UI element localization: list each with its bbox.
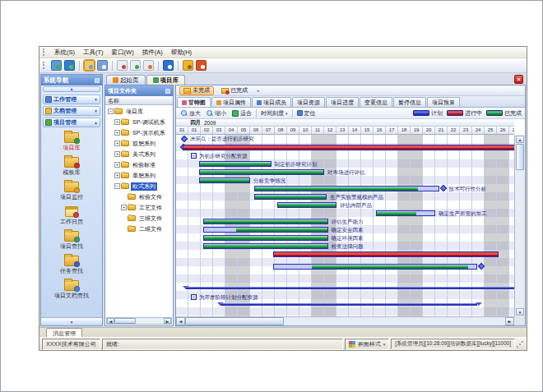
gantt-vertical-scrollbar[interactable]: ▲ ▼ <box>514 135 525 316</box>
tab-甘特图[interactable]: 甘特图 <box>177 97 211 107</box>
summary-expand-icon[interactable]: − <box>191 294 197 300</box>
sidebar-section-2[interactable]: 项目管理 ▲ <box>43 118 100 127</box>
overflow-chevron-icon[interactable]: » <box>257 88 259 93</box>
sidebar-collapse-button[interactable]: ▲ <box>43 86 100 92</box>
summary-bar[interactable] <box>220 303 477 306</box>
fit-button[interactable]: 适合 <box>230 109 253 118</box>
filter-未完成[interactable]: 未完成 <box>179 86 214 95</box>
zoom-in-button[interactable]: 放大 <box>179 109 202 118</box>
tab-项目资源[interactable]: 项目资源 <box>292 97 325 107</box>
scroll-thumb[interactable] <box>114 318 136 324</box>
menu-item-3[interactable]: 插件(A) <box>138 48 167 57</box>
scroll-right-icon[interactable]: ▶ <box>505 317 514 325</box>
style-selector[interactable]: 界面样式 ▾ <box>345 339 390 350</box>
summary-bar[interactable] <box>186 287 514 289</box>
zoom-out-button[interactable]: 缩小 <box>205 109 228 118</box>
tab-message-management[interactable]: 消息管理 <box>46 328 82 337</box>
project-folder-icon[interactable] <box>84 60 95 71</box>
sidebar-item-工作日历[interactable]: 工作日历 <box>60 204 83 226</box>
sidebar-item-项目库[interactable]: 项目库 <box>63 130 81 152</box>
workspace-icon[interactable] <box>51 60 62 71</box>
scroll-left-icon[interactable]: ◀ <box>107 318 114 324</box>
tree-node-二维文件[interactable]: 二维文件 <box>105 224 173 234</box>
tree-node-三维文件[interactable]: 三维文件 <box>105 213 173 224</box>
calendar-edit-icon[interactable] <box>130 60 141 71</box>
lock-icon[interactable] <box>183 60 193 71</box>
tree-column-header[interactable]: 名称 <box>105 96 173 105</box>
tree-node-检验标准[interactable]: +检验标准 <box>105 159 173 170</box>
scroll-down-icon[interactable]: ▼ <box>516 308 524 316</box>
task-bar[interactable] <box>203 235 328 241</box>
task-bar[interactable] <box>203 227 328 233</box>
task-bar[interactable] <box>273 251 499 257</box>
summary-expand-icon[interactable]: − <box>191 153 197 159</box>
network-icon[interactable] <box>64 60 75 71</box>
milestone-icon[interactable] <box>181 136 188 142</box>
pin-icon[interactable] <box>95 78 100 83</box>
resize-grip[interactable] <box>517 340 524 348</box>
tree-node-项目库[interactable]: −项目库 <box>105 106 173 117</box>
calendar-new-icon[interactable] <box>117 60 128 71</box>
scroll-left-icon[interactable]: ◀ <box>176 317 185 325</box>
tree-node-SP-演示机系[interactable]: +SP-演示机系 <box>105 127 173 138</box>
task-bar[interactable] <box>183 145 514 150</box>
sidebar-item-任务查找[interactable]: 任务查找 <box>60 253 83 275</box>
expand-icon[interactable]: + <box>114 162 120 168</box>
tree-node-单肥系列[interactable]: +单肥系列 <box>105 170 173 181</box>
sidebar-item-项目查找[interactable]: 项目查找 <box>60 228 83 251</box>
report-icon[interactable] <box>97 60 108 71</box>
tree-node-双肥系列[interactable]: +双肥系列 <box>105 138 173 149</box>
tab-起始页[interactable]: 起始页 <box>106 75 146 85</box>
task-bar[interactable] <box>199 178 250 183</box>
scroll-right-icon[interactable]: ▶ <box>164 318 171 324</box>
tree-node-美式系列[interactable]: +美式系列 <box>105 149 173 159</box>
task-bar[interactable] <box>203 243 328 249</box>
task-bar[interactable] <box>277 202 336 208</box>
expand-icon[interactable]: + <box>114 119 120 125</box>
pin-icon[interactable] <box>165 89 170 94</box>
tab-项目进度[interactable]: 项目进度 <box>326 97 359 107</box>
expand-icon[interactable]: + <box>121 205 127 210</box>
tab-变更信息[interactable]: 变更信息 <box>360 97 392 107</box>
sidebar-item-项目文档查找[interactable]: 项目文档查找 <box>54 278 89 300</box>
task-bar[interactable] <box>203 219 328 224</box>
sidebar-section-0[interactable]: 工作管理 ▼ <box>43 95 100 104</box>
tree-node-SP-调试机系[interactable]: +SP-调试机系 <box>105 117 173 127</box>
task-bar[interactable] <box>376 210 435 216</box>
menu-item-1[interactable]: 工具(T) <box>79 48 108 57</box>
gantt-body[interactable]: 决策点：是否进行初步研究− 为初步研究分配资源制定初步研究计划对市场进行评估分析… <box>176 135 514 316</box>
sidebar-overflow-strip[interactable]: ▼ <box>41 317 102 325</box>
gantt-horizontal-scrollbar[interactable]: ◀ ▶ <box>176 316 514 325</box>
sidebar-item-模板库[interactable]: 模板库 <box>63 154 81 177</box>
scroll-up-icon[interactable]: ▲ <box>516 136 524 143</box>
timescale-button[interactable]: 时间刻度▾ <box>259 109 290 118</box>
tab-项目预算[interactable]: 项目预算 <box>427 97 460 107</box>
collapse-icon[interactable]: − <box>114 183 120 189</box>
tree-node-工艺文件[interactable]: +工艺文件 <box>105 202 173 213</box>
filter-已完成[interactable]: 已完成 <box>217 86 252 95</box>
calendar-remove-icon[interactable] <box>143 60 154 71</box>
task-bar[interactable] <box>254 186 439 191</box>
expand-icon[interactable]: + <box>114 141 120 146</box>
tab-暂停信息[interactable]: 暂停信息 <box>393 97 426 107</box>
sidebar-section-1[interactable]: 文档管理 ▼ <box>43 106 100 116</box>
tab-项目库[interactable]: 项目库 <box>146 75 186 85</box>
tab-项目成员[interactable]: 项目成员 <box>252 97 291 107</box>
menu-item-0[interactable]: 系统(S) <box>50 48 79 57</box>
scroll-thumb[interactable] <box>185 317 284 325</box>
exit-icon[interactable] <box>196 60 207 71</box>
help-icon[interactable] <box>163 60 174 71</box>
menu-item-4[interactable]: 帮助(H) <box>167 48 196 57</box>
sidebar-item-项目监控[interactable]: 项目监控 <box>60 179 83 201</box>
task-bar[interactable] <box>199 169 324 175</box>
task-bar[interactable] <box>199 161 272 167</box>
task-bar[interactable] <box>254 194 327 200</box>
tree-node-欧式系列[interactable]: −欧式系列 <box>105 181 173 191</box>
menu-item-2[interactable]: 窗口(W) <box>108 48 138 57</box>
tab-项目属性[interactable]: 项目属性 <box>211 97 251 107</box>
locate-button[interactable]: 定位 <box>295 109 318 118</box>
tree-horizontal-scrollbar[interactable]: ◀ ▶ <box>106 317 172 325</box>
expand-icon[interactable]: + <box>114 151 120 157</box>
expand-icon[interactable]: + <box>114 130 120 136</box>
scroll-thumb[interactable] <box>516 144 524 170</box>
